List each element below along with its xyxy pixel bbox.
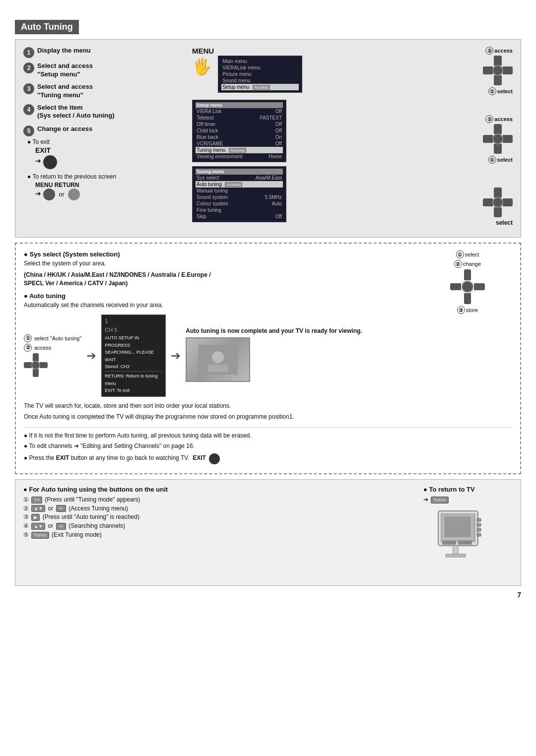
step-circle-2: 2 [23, 63, 34, 73]
svg-point-1 [212, 351, 224, 363]
unit-title: ● For Auto tuning using the buttons on t… [23, 486, 413, 493]
svg-rect-8 [477, 523, 481, 526]
return-to-tv-step: ➔ TV/AV [423, 496, 513, 504]
dashed-section: ● Sys select (System selection) Select t… [15, 243, 521, 474]
step-1-label: Display the menu [37, 47, 91, 55]
sys-dpad-label-3: ③store [457, 306, 478, 314]
sys-dpad-label-2: ②change [454, 260, 481, 268]
menu-return-label: MENU RETURN [35, 182, 79, 189]
step-4-label: Select the item(Sys select / Auto tuning… [37, 104, 115, 121]
step-circle-5: 5 [23, 126, 34, 136]
page-title: Auto Tuning [15, 20, 79, 34]
unit-step-4: ④ ▲▼ or +/- (Searching channels) [23, 522, 413, 530]
progress-screen: 1CH 5 AUTO SETUP IN PROGRESS SEARCHING..… [101, 315, 166, 396]
unit-step-5: ⑤ TV/AV (Exit Tuning mode) [23, 531, 413, 539]
exit-button[interactable] [43, 155, 57, 169]
exit-arrow: ➔ [35, 157, 41, 165]
dpad-1[interactable] [483, 56, 513, 85]
tuning-menu-box: Tuning menu Sys select Asia/M.East Auto … [192, 166, 286, 222]
to-exit-label: ● To exit [27, 138, 187, 145]
main-menu-box: Main menu VIERALink menu Picture menu So… [218, 56, 302, 93]
dpad-select-label-2: ①select [488, 156, 513, 164]
auto-tuning-text: Automatically set the channels received … [24, 301, 413, 310]
step-circle-4: 4 [23, 104, 34, 115]
svg-rect-13 [442, 541, 456, 545]
arrow-1: ➔ [86, 349, 96, 363]
dpad-group-1: ②access ①select [483, 47, 513, 95]
sys-select-bullet: ● Sys select (System selection) [24, 251, 413, 258]
tv-unit-image [423, 508, 513, 579]
unit-step-2: ② ▲▼ or +/- (Access Tuning menu) [23, 505, 413, 512]
step-1: 1 Display the menu [23, 47, 187, 58]
unit-step-3: ③ ▶ (Press until "Auto tuning" is reache… [23, 513, 413, 521]
note-1: If it is not the first time to perform A… [24, 432, 512, 440]
sys-dpad-label-1: ①select [456, 251, 479, 258]
dpad-2[interactable] [483, 124, 513, 154]
auto-tuning-bullet: ● Auto tuning [24, 292, 413, 300]
step-3: 3 Select and access"Tuning menu" [23, 83, 187, 100]
sys-select-regions: (China / HK/UK / Asia/M.East / NZ/INDONE… [24, 271, 413, 288]
sys-select-text: Select the system of your area. [24, 259, 413, 268]
unit-step-1: ① TV (Press until "Tuning mode" appears) [23, 496, 413, 504]
step-3-label: Select and access"Tuning menu" [37, 83, 93, 100]
step-2: 2 Select and access"Setup menu" [23, 62, 187, 79]
main-section: 1 Display the menu 2 Select and access"S… [15, 39, 521, 238]
exit-label: EXIT [35, 146, 51, 154]
auto-tuning-result-title: Auto tuning is now complete and your TV … [186, 327, 362, 335]
or-text: or [59, 190, 65, 198]
step-circle-3: 3 [23, 83, 34, 94]
svg-rect-9 [477, 528, 481, 531]
step-5-header: Change or access [37, 125, 92, 132]
hand-icon: 🖐 [192, 57, 214, 76]
to-return-label: ● To return to the previous screen [27, 173, 187, 180]
setup-menu-box: Setup menu VIERA Link Off Teletext FASTE… [192, 100, 286, 162]
return-arrow: ➔ [35, 190, 41, 198]
note-2: To edit channels ➔ "Editing and Setting … [24, 442, 512, 450]
step-circle-1: 1 [23, 47, 34, 58]
svg-rect-7 [477, 518, 481, 521]
exit-circle-note[interactable] [209, 453, 220, 464]
return-button-1[interactable] [43, 189, 55, 200]
step-2-label: Select and access"Setup menu" [37, 62, 93, 79]
svg-rect-2 [208, 365, 228, 372]
person-tv-image [186, 337, 250, 382]
auto-tuning-sub-text: Once Auto tuning is completed the TV wil… [24, 413, 413, 421]
return-button-2[interactable] [68, 189, 80, 200]
svg-rect-6 [446, 554, 466, 557]
unit-section: ● For Auto tuning using the buttons on t… [15, 479, 521, 586]
dpad-access-label-1: ②access [485, 47, 513, 55]
step-4: 4 Select the item(Sys select / Auto tuni… [23, 104, 187, 121]
sys-dpad[interactable] [450, 269, 485, 304]
dpad-3[interactable] [483, 188, 513, 217]
svg-rect-10 [477, 533, 481, 536]
select-auto-label: ① select "Auto tuning" [24, 334, 81, 342]
dpad-group-3: select [483, 188, 513, 226]
dpad-select-label-1: ①select [488, 87, 513, 95]
menu-label: MENU [192, 47, 214, 55]
small-dpad[interactable] [24, 353, 48, 377]
search-text: The TV will search for, locate, store an… [24, 402, 413, 410]
arrow-2: ➔ [171, 349, 181, 363]
svg-rect-14 [458, 541, 472, 545]
dpad-group-2: ②access ①select [483, 115, 513, 164]
page-number: 7 [15, 591, 521, 599]
access-label: ② access [24, 344, 81, 352]
return-to-tv-title: ● To return to TV [423, 486, 513, 493]
note-3: Press the EXIT button at any time to go … [24, 452, 512, 464]
dpad-select-label-3: select [496, 219, 513, 226]
svg-rect-12 [444, 516, 471, 537]
step-5: 5 Change or access ● To exit EXIT ➔ ● To… [23, 125, 187, 200]
dpad-access-label-2: ②access [485, 115, 513, 123]
